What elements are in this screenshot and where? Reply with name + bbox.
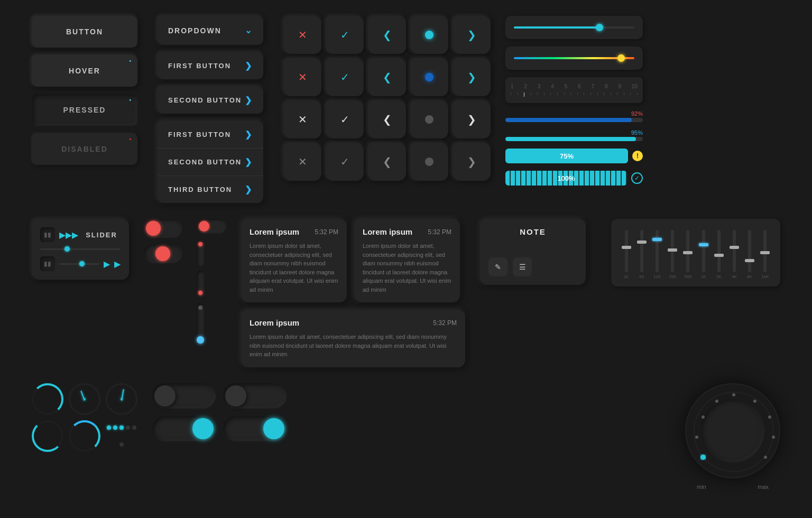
slider-rainbow[interactable] (505, 47, 643, 70)
icon-btn-left-cyan-2[interactable]: ❮ (368, 58, 406, 96)
scale-numbers: 12345678910 (511, 84, 638, 89)
card-body-wide: Lorem ipsum dolor sit amet, consectetuer… (250, 332, 457, 359)
toggle-wide-thumb-left (154, 385, 176, 406)
slider-cyan[interactable] (505, 16, 643, 39)
knob-max-label: max (758, 484, 769, 490)
segmented-progress: 100% ✓ (505, 171, 643, 186)
eq-channel-2k[interactable]: 2K (711, 230, 726, 279)
pause-button-2[interactable]: ▮▮ (40, 256, 55, 271)
knob-dial-container: min max (685, 383, 780, 478)
message-card-2: Lorem ipsum 5:32 PM Lorem ipsum dolor si… (354, 219, 460, 302)
menu-group-third[interactable]: THIRD BUTTON ❯ (158, 176, 263, 203)
eq-channel-8k[interactable]: 8K (742, 230, 758, 279)
toggle-small-off[interactable] (197, 219, 226, 234)
button-pressed[interactable]: PRESSED (32, 94, 137, 126)
icon-btn-check-gray[interactable]: ✓ (326, 143, 364, 181)
progress-bar-95: 95% (505, 130, 643, 141)
svg-point-0 (694, 392, 773, 471)
svg-point-1 (732, 393, 735, 396)
note-icon-menu[interactable]: ☰ (513, 257, 532, 276)
card-body-1: Lorem ipsum dolor sit amet, consectetuer… (250, 242, 338, 294)
button-basic[interactable]: BUTTON (32, 16, 137, 48)
eq-channel-31[interactable]: 31 (619, 230, 634, 279)
message-cards-section: Lorem ipsum 5:32 PM Lorem ipsum dolor si… (241, 219, 465, 367)
icon-btn-check-white[interactable]: ✓ (326, 100, 364, 138)
icon-button-grid: ✕ ✓ ❮ ❯ ✕ ✓ ❮ ❯ ✕ ✓ ❮ ❯ ✕ ✓ ❮ (283, 16, 491, 181)
toggle-vertical-2[interactable] (197, 271, 204, 297)
toggle-wide-off-2[interactable] (223, 383, 287, 409)
toggle-v-thumb-2 (198, 291, 202, 295)
icon-btn-left-gray[interactable]: ❮ (368, 143, 406, 181)
loader-ring-1 (32, 383, 63, 415)
dropdown-button[interactable]: DROPDOWN ⌄ (158, 16, 263, 45)
icon-btn-close-white[interactable]: ✕ (283, 100, 321, 138)
loader-arc-1 (32, 420, 63, 452)
gauge-1 (69, 383, 100, 415)
eq-thumb-4k (730, 246, 739, 249)
button-hover[interactable]: HOVER (32, 55, 137, 87)
eq-channel-4k[interactable]: 4K (726, 230, 742, 279)
eq-channel-125[interactable]: 125 (649, 230, 665, 279)
icon-btn-right-white[interactable]: ❯ (453, 100, 491, 138)
toggle-v-dot-bottom (197, 336, 204, 344)
toggle-v-dot-top (198, 306, 202, 310)
icon-btn-right-cyan[interactable]: ❯ (453, 16, 491, 54)
menu-group-second[interactable]: SECOND BUTTON ❯ (158, 149, 263, 176)
seg-fill: 100% (505, 171, 627, 186)
knob-min-label: min (697, 484, 706, 490)
icon-btn-left-white[interactable]: ❮ (368, 100, 406, 138)
icon-btn-right-cyan-2[interactable]: ❯ (453, 58, 491, 96)
toggle-wide-on[interactable] (152, 416, 216, 441)
eq-channel-16k[interactable]: 16K (758, 230, 773, 279)
svg-point-3 (768, 415, 771, 419)
eq-channel-63[interactable]: 63 (634, 230, 649, 279)
icon-btn-close-red-2[interactable]: ✕ (283, 58, 321, 96)
warning-icon: ! (632, 151, 643, 161)
eq-channel-1k[interactable]: 1K (696, 230, 711, 279)
icon-btn-close-gray[interactable]: ✕ (283, 143, 321, 181)
loaders-group (32, 383, 137, 452)
icon-btn-dot-cyan-1[interactable] (410, 16, 448, 54)
card-time-wide: 5:32 PM (433, 319, 457, 327)
eq-channel-250[interactable]: 250 (665, 230, 680, 279)
slider-widget: ▮▮ ▶▶▶ SLIDER ▮▮ ▶ ▶ (32, 219, 129, 280)
icon-btn-check-cyan[interactable]: ✓ (326, 16, 364, 54)
scale-slider[interactable]: 12345678910 (505, 77, 643, 103)
toggle-mid-1[interactable] (144, 244, 182, 263)
eq-channel-500[interactable]: 500 (680, 230, 696, 279)
svg-point-9 (700, 455, 706, 460)
toggle-wide-thumb-right (192, 418, 214, 439)
note-card: NOTE ✎ ☰ (480, 219, 586, 285)
note-title: NOTE (488, 227, 577, 236)
icon-btn-right-gray[interactable]: ❯ (453, 143, 491, 181)
menu-button-first[interactable]: FIRST BUTTON ❯ (158, 52, 263, 79)
icon-btn-left-cyan[interactable]: ❮ (368, 16, 406, 54)
slider-label: SLIDER (82, 231, 121, 239)
chevron-right-icon: ❯ (245, 184, 253, 195)
pause-button[interactable]: ▮▮ (40, 227, 55, 242)
svg-point-7 (702, 415, 705, 419)
card-title-1: Lorem ipsum (250, 227, 299, 236)
card-body-2: Lorem ipsum dolor sit amet, consectetuer… (363, 242, 451, 294)
svg-point-6 (695, 436, 698, 439)
progress-bar-92: 92% (505, 110, 643, 122)
icon-btn-dot-gray-2[interactable] (410, 143, 448, 181)
knob-dial[interactable]: min max (685, 383, 780, 478)
menu-button-second[interactable]: SECOND BUTTON ❯ (158, 87, 263, 114)
icon-btn-dot-gray[interactable] (410, 100, 448, 138)
icon-btn-close-red[interactable]: ✕ (283, 16, 321, 54)
toggle-wide-on-2[interactable] (223, 416, 287, 441)
note-icon-edit[interactable]: ✎ (488, 257, 508, 276)
icon-btn-dot-cyan-2[interactable] (410, 58, 448, 96)
eq-thumb-250 (668, 248, 677, 252)
eq-thumb-125 (652, 238, 662, 241)
icon-btn-check-cyan-2[interactable]: ✓ (326, 58, 364, 96)
menu-group: FIRST BUTTON ❯ SECOND BUTTON ❯ THIRD BUT… (158, 121, 263, 203)
toggle-small-thumb (199, 221, 209, 232)
menu-group-first[interactable]: FIRST BUTTON ❯ (158, 121, 263, 149)
toggle-off-1[interactable] (144, 219, 182, 238)
toggle-wide-off[interactable] (152, 383, 216, 409)
toggle-vertical-3[interactable] (197, 303, 204, 346)
toggle-small-red-1[interactable] (197, 240, 204, 266)
card-time-1: 5:32 PM (315, 228, 338, 236)
